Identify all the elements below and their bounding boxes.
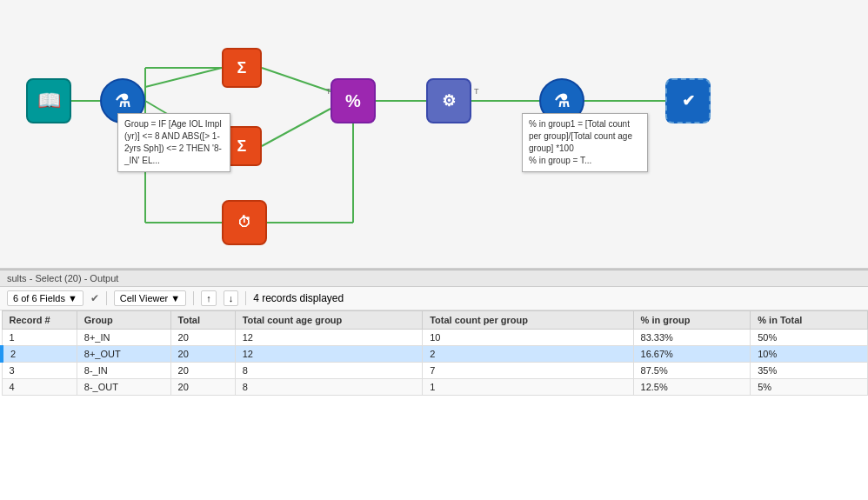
sort-up-button[interactable]: ↑ [201, 290, 217, 306]
cell-total-age: 12 [235, 330, 423, 346]
viewer-dropdown[interactable]: Cell Viewer ▼ [114, 290, 186, 306]
sum2-icon: Σ [237, 137, 247, 156]
cell-total-age: 8 [235, 363, 423, 379]
cell-record: 3 [2, 363, 77, 379]
cell-pct-total: 5% [751, 379, 868, 396]
records-label: 4 records displayed [253, 292, 344, 304]
separator-2 [193, 291, 194, 305]
cell-total-age: 12 [235, 346, 423, 363]
panel-header: sults - Select (20) - Output [0, 270, 868, 287]
cell-total: 20 [170, 346, 235, 363]
separator-3 [245, 291, 246, 305]
col-header-total-age: Total count age group [235, 311, 423, 330]
col-header-total: Total [170, 311, 235, 330]
cell-group: 8+_OUT [77, 346, 170, 363]
sample-node[interactable]: ⏱ [222, 200, 267, 245]
viewer-label: Cell Viewer [120, 293, 168, 303]
cell-total: 20 [170, 363, 235, 379]
table-body: 18+_IN20121083.33%50%28+_OUT2012216.67%1… [2, 330, 868, 396]
cell-group: 8-_IN [77, 363, 170, 379]
col-header-total-group: Total count per group [423, 311, 633, 330]
formula-tooltip-1: Group = IF [Age IOL Impl (yr)] <= 8 AND … [117, 113, 230, 172]
config-icon: ⚙ [442, 91, 456, 110]
workflow-canvas: T T S 📖 ⚗ Σ Σ ⏱ % ⚙ ⚗ ✔ Group = IF [Age … [0, 0, 868, 270]
book-icon: 📖 [37, 90, 61, 112]
tooltip2-text: % in group1 = [Total count per group]/[T… [529, 119, 632, 165]
table-row[interactable]: 38-_IN208787.5%35% [2, 363, 868, 379]
fields-dropdown[interactable]: 6 of 6 Fields ▼ [7, 290, 83, 306]
svg-text:T: T [474, 87, 479, 96]
cell-record: 2 [2, 346, 77, 363]
table-row[interactable]: 18+_IN20121083.33%50% [2, 330, 868, 346]
cell-pct-group: 12.5% [633, 379, 751, 396]
dropdown-arrow: ▼ [68, 293, 77, 303]
cell-total-group: 10 [423, 330, 633, 346]
results-panel: sults - Select (20) - Output 6 of 6 Fiel… [0, 270, 868, 500]
percent-icon: % [345, 91, 361, 111]
sum-node-1[interactable]: Σ [222, 48, 262, 88]
formula1-icon: ⚗ [115, 90, 130, 111]
cell-pct-total: 50% [751, 330, 868, 346]
svg-line-1 [145, 68, 222, 87]
cell-group: 8-_OUT [77, 379, 170, 396]
col-header-group: Group [77, 311, 170, 330]
cell-pct-group: 87.5% [633, 363, 751, 379]
svg-line-4 [262, 109, 331, 146]
percent-node[interactable]: % [331, 78, 376, 123]
output-icon: ✔ [682, 91, 695, 110]
toolbar: 6 of 6 Fields ▼ ✔ Cell Viewer ▼ ↑ ↓ 4 re… [0, 287, 868, 310]
table-row[interactable]: 28+_OUT2012216.67%10% [2, 346, 868, 363]
sample-icon: ⏱ [237, 215, 251, 230]
table-row[interactable]: 48-_OUT208112.5%5% [2, 379, 868, 396]
sum1-icon: Σ [237, 59, 247, 77]
cell-total: 20 [170, 330, 235, 346]
results-table: Record # Group Total Total count age gro… [0, 310, 868, 396]
cell-record: 1 [2, 330, 77, 346]
config-node[interactable]: ⚙ [426, 78, 471, 123]
cell-pct-group: 83.33% [633, 330, 751, 346]
cell-pct-group: 16.67% [633, 346, 751, 363]
separator-1 [106, 291, 107, 305]
cell-total-group: 1 [423, 379, 633, 396]
col-header-pct-total: % in Total [751, 311, 868, 330]
table-header-row: Record # Group Total Total count age gro… [2, 311, 868, 330]
checkmark-icon: ✔ [90, 292, 99, 304]
cell-total-group: 2 [423, 346, 633, 363]
formula2-icon: ⚗ [554, 90, 570, 111]
svg-line-3 [262, 68, 331, 91]
output-node[interactable]: ✔ [665, 78, 711, 123]
table-container: Record # Group Total Total count age gro… [0, 310, 868, 396]
sort-down-button[interactable]: ↓ [224, 290, 239, 306]
cell-total-age: 8 [235, 379, 423, 396]
book-node[interactable]: 📖 [26, 78, 71, 123]
fields-label: 6 of 6 Fields [13, 293, 65, 303]
col-header-record: Record # [2, 311, 77, 330]
panel-title: sults - Select (20) - Output [7, 273, 118, 283]
cell-total-group: 7 [423, 363, 633, 379]
viewer-arrow: ▼ [170, 293, 180, 303]
cell-pct-total: 10% [751, 346, 868, 363]
cell-total: 20 [170, 379, 235, 396]
formula-tooltip-2: % in group1 = [Total count per group]/[T… [522, 113, 648, 172]
cell-pct-total: 35% [751, 363, 868, 379]
cell-record: 4 [2, 379, 77, 396]
col-header-pct-group: % in group [633, 311, 751, 330]
cell-group: 8+_IN [77, 330, 170, 346]
